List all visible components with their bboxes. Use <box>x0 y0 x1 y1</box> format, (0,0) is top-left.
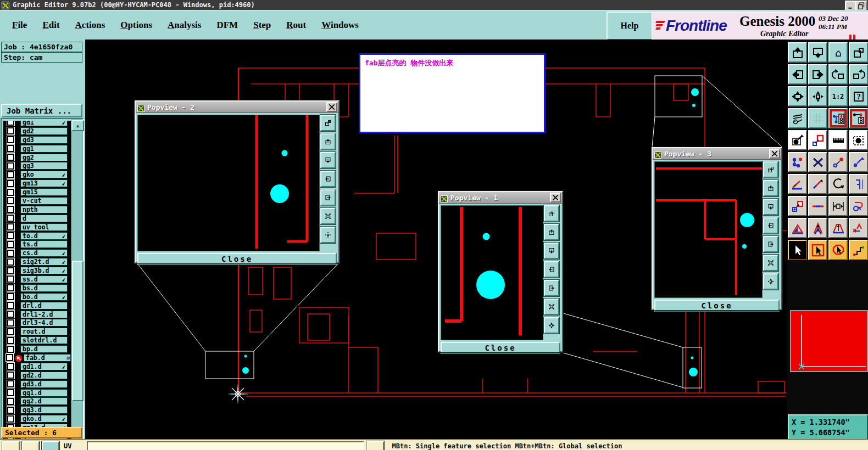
layer-checkbox[interactable] <box>7 319 14 327</box>
layer-checkbox[interactable] <box>7 380 14 387</box>
layer-checkbox[interactable] <box>7 127 14 134</box>
layer-label[interactable]: fab.d⊞ <box>24 354 71 362</box>
layer-label[interactable]: sig2t.d <box>20 258 68 266</box>
layer-row-gko[interactable]: gko <box>3 170 71 179</box>
tool-reshape-poly-button[interactable] <box>808 130 827 150</box>
layer-row-gd1.d[interactable]: gd1.d <box>3 362 71 371</box>
job-matrix-button[interactable]: Job Matrix ... <box>1 104 82 117</box>
layer-row-slotdrl.d[interactable]: slotdrl.d <box>3 336 71 345</box>
pan-down-button[interactable] <box>763 199 778 215</box>
layer-label[interactable]: gd3 <box>20 136 68 144</box>
popview-3-canvas[interactable] <box>654 161 763 298</box>
layer-row-gd1[interactable]: gd1 <box>3 121 71 127</box>
popview-1-canvas[interactable] <box>441 205 543 340</box>
tool-tri-gate-button[interactable] <box>828 218 848 238</box>
layer-row-gd3.d[interactable]: gd3.d <box>3 380 71 389</box>
layer-label[interactable]: gd2.d <box>20 372 68 379</box>
layer-checkbox[interactable] <box>7 311 14 318</box>
layer-row-ts.d[interactable]: ts.d <box>3 240 71 249</box>
menu-rout[interactable]: Rout <box>279 18 314 32</box>
tool-home-button[interactable]: ⌂ <box>828 42 848 63</box>
tool-zoom-help-button[interactable]: ? <box>849 86 868 106</box>
scroll-up-icon[interactable]: ▲ <box>71 120 84 131</box>
pan-left-button[interactable] <box>320 171 336 187</box>
tool-shift-right-button[interactable] <box>808 64 827 85</box>
layer-checkbox[interactable] <box>6 354 13 361</box>
tool-screen-down-button[interactable] <box>808 42 827 63</box>
tool-net-chain-button[interactable] <box>788 152 807 172</box>
layer-row-gm15[interactable]: gm15 <box>3 188 71 196</box>
layer-row-drl.d[interactable]: drl.d <box>3 301 71 310</box>
status-tool-button-3[interactable] <box>42 441 59 450</box>
center-view-button[interactable] <box>320 227 336 243</box>
tool-draw-tools-button[interactable] <box>788 108 807 128</box>
layer-row-d[interactable]: d <box>3 214 71 223</box>
layer-label[interactable]: gd3.d <box>20 380 68 388</box>
layer-checkbox[interactable] <box>7 415 14 423</box>
menu-file[interactable]: File <box>4 18 35 32</box>
layer-row-to.d[interactable]: to.d <box>3 232 71 240</box>
layer-checkbox[interactable] <box>7 215 14 222</box>
menu-edit[interactable]: Edit <box>35 18 67 32</box>
tool-fit-all-button[interactable] <box>788 86 807 106</box>
popview-window-1[interactable]: Popview - 1 Close <box>438 191 563 352</box>
popview-2-titlebar[interactable]: Popview - 2 <box>136 102 338 113</box>
layer-checkbox[interactable] <box>7 250 14 257</box>
layer-row-gd2.d[interactable]: gd2.d <box>3 371 71 380</box>
tool-grid-view-button[interactable] <box>808 108 827 128</box>
popview-1-titlebar[interactable]: Popview - 1 <box>439 192 562 204</box>
layer-row-bo.d[interactable]: bo.d <box>3 292 71 301</box>
tool-copy-square-button[interactable] <box>788 196 807 216</box>
layer-row-uv_tool[interactable]: uv_tool <box>3 223 71 232</box>
tool-rotate-feature-button[interactable] <box>828 174 848 194</box>
layer-row-gg1.d[interactable]: gg1.d <box>3 389 71 397</box>
tool-select-frame-button[interactable] <box>808 240 827 260</box>
tool-fit-center-button[interactable] <box>808 86 827 106</box>
layer-checkbox[interactable] <box>7 258 14 266</box>
layer-checkbox[interactable] <box>7 121 14 126</box>
layer-checkbox[interactable] <box>7 136 14 143</box>
tool-angle-diag-button[interactable] <box>808 174 827 194</box>
popview-close-button[interactable]: Close <box>137 253 337 265</box>
menu-actions[interactable]: Actions <box>68 18 113 32</box>
tool-undo-shape-button[interactable] <box>828 64 848 85</box>
pan-down-button[interactable] <box>320 152 336 168</box>
close-icon[interactable] <box>550 193 561 203</box>
layer-row-npth[interactable]: npth <box>3 205 71 214</box>
layer-row-sig2t.d[interactable]: sig2t.d <box>3 257 71 266</box>
layer-checkbox[interactable] <box>7 363 14 370</box>
tool-flip-feature-button[interactable] <box>849 174 868 194</box>
layer-label[interactable]: gg2.d <box>20 397 68 405</box>
layer-label[interactable]: gko <box>20 171 68 178</box>
status-tool-button-4[interactable] <box>366 441 384 450</box>
layer-label[interactable]: gg1 <box>20 145 68 153</box>
layer-row-fab.d[interactable]: fab.d⊞ <box>3 353 71 362</box>
layer-label[interactable]: bo.d <box>20 293 68 301</box>
layer-checkbox[interactable] <box>7 267 14 274</box>
tool-break-line-button[interactable] <box>808 196 827 216</box>
zoom-to-fit-button[interactable] <box>544 299 559 315</box>
close-icon[interactable] <box>326 102 337 112</box>
tool-copy-feature-button[interactable] <box>849 130 868 150</box>
tool-delete-feature-button[interactable] <box>808 152 827 172</box>
pan-right-button[interactable] <box>544 280 559 296</box>
layer-row-drl3-4.d[interactable]: drl3-4.d <box>3 318 71 327</box>
tool-measure-ruler-button[interactable] <box>828 130 848 150</box>
status-tool-button-2[interactable] <box>22 441 40 450</box>
layer-label[interactable]: gg2 <box>20 154 68 161</box>
layer-label[interactable]: npth <box>20 206 68 213</box>
pan-left-button[interactable] <box>763 217 778 234</box>
layer-checkbox[interactable] <box>7 154 14 161</box>
status-tool-button-1[interactable] <box>2 441 20 450</box>
center-view-button[interactable] <box>763 273 778 290</box>
menu-dfm[interactable]: DFM <box>209 18 246 32</box>
layer-label[interactable]: v-cut <box>20 197 68 205</box>
layer-row-sig3b.d[interactable]: sig3b.d <box>3 266 71 275</box>
layer-row-drl1-2.d[interactable]: drl1-2.d <box>3 310 71 319</box>
zoom-to-fit-button[interactable] <box>320 208 336 224</box>
popview-3-titlebar[interactable]: Popview - 3 <box>653 148 781 160</box>
close-icon[interactable] <box>769 149 780 159</box>
layer-label[interactable]: bp.d <box>20 345 68 353</box>
layer-row-gg2[interactable]: gg2 <box>3 153 71 162</box>
layer-label[interactable]: gm13 <box>20 179 68 187</box>
